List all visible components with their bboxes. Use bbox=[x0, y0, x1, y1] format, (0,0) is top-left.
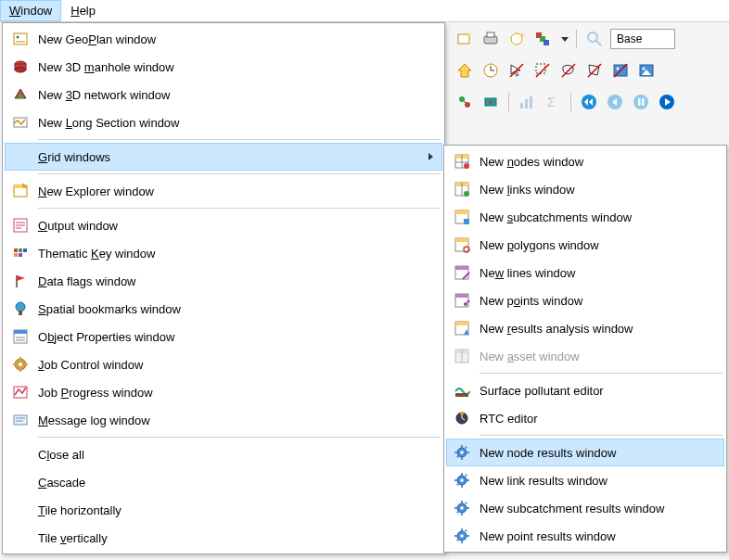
svg-line-18 bbox=[536, 64, 549, 77]
tool-icon-select-lasso-off[interactable] bbox=[558, 60, 579, 81]
tool-icon-image-off[interactable] bbox=[610, 60, 631, 81]
window-menu-item-job-progress-window[interactable]: Job Progress window bbox=[5, 378, 442, 406]
window-menu-item-tile-vertically[interactable]: Tile vertically bbox=[5, 524, 442, 552]
grid-submenu-item-new-node-results-window[interactable]: New node results window bbox=[446, 439, 724, 466]
window-menu-item-new-long-section-window[interactable]: New Long Section window bbox=[5, 108, 442, 136]
svg-point-9 bbox=[588, 32, 597, 42]
tool-icon-image[interactable] bbox=[636, 60, 657, 81]
svg-point-90 bbox=[464, 163, 469, 169]
tool-icon-select-rect-off[interactable] bbox=[532, 60, 553, 81]
grid-submenu-item-label: New points window bbox=[474, 294, 719, 308]
svg-rect-66 bbox=[14, 253, 18, 257]
window-menu-item-label: Spatial bookmarks window bbox=[32, 302, 437, 316]
svg-text:Σ: Σ bbox=[547, 95, 556, 109]
tool-icon-record[interactable] bbox=[480, 92, 501, 112]
window-menu-item-thematic-key-window[interactable]: Thematic Key window bbox=[5, 239, 442, 267]
window-menu-item-tile-horizontally[interactable]: Tile horizontally bbox=[5, 496, 442, 524]
grid-submenu-item-new-link-results-window[interactable]: New link results window bbox=[446, 466, 724, 494]
svg-point-136 bbox=[460, 506, 464, 510]
window-menu-item-label: Message log window bbox=[32, 414, 437, 427]
grid-yellow-icon bbox=[450, 151, 474, 172]
geoplan-icon bbox=[8, 29, 32, 49]
grid-submenu-item-new-point-results-window[interactable]: New point results window bbox=[446, 522, 724, 550]
tool-icon-home[interactable] bbox=[454, 60, 475, 81]
menubar-window-label: Window bbox=[9, 4, 52, 18]
svg-rect-102 bbox=[455, 266, 468, 270]
window-menu-item-new-3d-network-window[interactable]: New 3D network window bbox=[5, 81, 442, 108]
svg-rect-147 bbox=[454, 535, 457, 537]
tool-icon-clock[interactable] bbox=[480, 60, 501, 81]
tool-icon-select-off[interactable] bbox=[506, 60, 527, 81]
tool-icon-print[interactable] bbox=[480, 29, 501, 49]
grid-submenu-item-new-polygons-window[interactable]: New polygons window bbox=[446, 231, 724, 259]
grid-submenu-item-surface-pollutant-editor[interactable]: Surface pollutant editor bbox=[446, 376, 724, 404]
tool-icon-search[interactable] bbox=[584, 29, 605, 49]
tool-icon-play[interactable] bbox=[657, 92, 677, 112]
flags-icon bbox=[8, 271, 32, 291]
grid-submenu-item-new-points-window[interactable]: New points window bbox=[446, 286, 724, 314]
surface-icon bbox=[450, 380, 474, 401]
grid-submenu-item-label: New subcatchment results window bbox=[474, 502, 719, 515]
tool-icon-run[interactable] bbox=[454, 92, 475, 112]
base-combo-label: Base bbox=[617, 32, 642, 45]
toolbar-area: Base Σ bbox=[454, 26, 677, 115]
blank-icon bbox=[8, 472, 32, 492]
svg-marker-1 bbox=[467, 32, 471, 36]
svg-rect-138 bbox=[461, 513, 463, 515]
window-menu-item-new-3d-manhole-window[interactable]: New 3D manhole window bbox=[5, 53, 442, 81]
menubar-help[interactable]: Help bbox=[61, 0, 105, 21]
output-icon bbox=[8, 215, 32, 235]
svg-rect-79 bbox=[19, 369, 21, 372]
tool-icon-wizard[interactable] bbox=[506, 29, 527, 49]
window-menu-item-new-explorer-window[interactable]: New Explorer window bbox=[5, 177, 442, 205]
grid-submenu-item-rtc-editor[interactable]: RTC editor bbox=[446, 404, 724, 432]
window-menu-item-output-window[interactable]: Output window bbox=[5, 211, 442, 239]
svg-point-128 bbox=[460, 478, 464, 482]
svg-rect-65 bbox=[23, 248, 27, 252]
grid-submenu-item-label: New polygons window bbox=[474, 238, 719, 252]
window-menu-item-label: Tile vertically bbox=[32, 531, 437, 545]
rtc-icon bbox=[450, 408, 474, 428]
tool-icon-new[interactable] bbox=[454, 29, 475, 49]
window-menu-item-cascade[interactable]: Cascade bbox=[5, 468, 442, 496]
grid-submenu-item-new-links-window[interactable]: New links window bbox=[446, 175, 724, 203]
svg-rect-131 bbox=[454, 479, 457, 481]
tool-icon-select-poly-off[interactable] bbox=[584, 60, 605, 81]
svg-rect-146 bbox=[461, 541, 463, 543]
base-combo[interactable]: Base bbox=[610, 29, 675, 49]
tool-icon-skip-back[interactable] bbox=[579, 92, 599, 112]
grid-submenu-item-label: New lines window bbox=[474, 266, 719, 280]
window-menu-item-grid-windows[interactable]: Grid windows bbox=[5, 143, 442, 171]
svg-rect-130 bbox=[461, 485, 463, 488]
window-menu-item-data-flags-window[interactable]: Data flags window bbox=[5, 267, 442, 295]
grid-submenu-item-new-nodes-window[interactable]: New nodes window bbox=[446, 147, 724, 175]
svg-rect-114 bbox=[455, 393, 468, 397]
tool-icon-step-back[interactable] bbox=[605, 92, 625, 112]
svg-rect-43 bbox=[638, 98, 641, 106]
network3d-icon bbox=[8, 84, 32, 105]
tool-icon-chart[interactable] bbox=[517, 92, 537, 112]
grid-submenu-item-new-results-analysis-window[interactable]: New results analysis window bbox=[446, 314, 724, 342]
window-menu-item-label: Output window bbox=[32, 219, 437, 233]
tool-icon-sigma[interactable]: Σ bbox=[543, 92, 563, 112]
grid-submenu-item-new-subcatchment-results-window[interactable]: New subcatchment results window bbox=[446, 494, 724, 522]
window-menu-item-separator bbox=[38, 208, 441, 209]
grid-submenu-item-new-subcatchments-window[interactable]: New subcatchments window bbox=[446, 203, 724, 231]
dropdown-arrow-icon[interactable] bbox=[561, 37, 569, 42]
window-menu-item-spatial-bookmarks-window[interactable]: Spatial bookmarks window bbox=[5, 295, 442, 323]
window-menu-item-job-control-window[interactable]: Job Control window bbox=[5, 350, 442, 378]
messagelog-icon bbox=[8, 410, 32, 430]
menubar-window[interactable]: Window bbox=[0, 0, 61, 21]
svg-point-52 bbox=[15, 67, 26, 72]
tool-icon-pause[interactable] bbox=[631, 92, 651, 112]
window-menu-item-close-all[interactable]: Close all bbox=[5, 440, 442, 468]
window-menu-item-label: Object Properties window bbox=[32, 330, 437, 344]
window-menu-item-message-log-window[interactable]: Message log window bbox=[5, 406, 442, 434]
window-menu-item-new-geoplan-window[interactable]: New GeoPlan window bbox=[5, 25, 442, 53]
window-menu-item-object-properties-window[interactable]: Object Properties window bbox=[5, 323, 442, 350]
tool-icon-layers[interactable] bbox=[532, 29, 553, 49]
blank-icon bbox=[8, 146, 32, 167]
grid-submenu-item-new-lines-window[interactable]: New lines window bbox=[446, 259, 724, 286]
toolbar-row-1: Base bbox=[454, 26, 677, 52]
svg-rect-73 bbox=[14, 330, 27, 334]
